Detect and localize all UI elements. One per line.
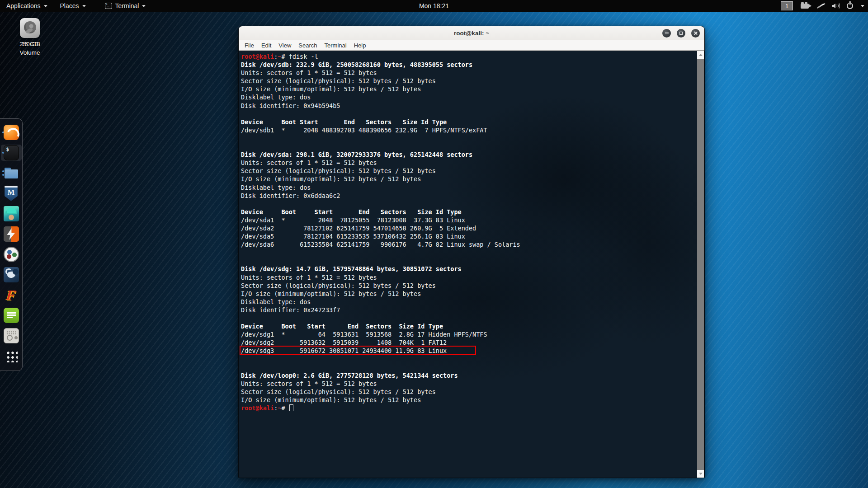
- volume-indicator[interactable]: [832, 3, 839, 9]
- stylus-icon[interactable]: [816, 3, 824, 9]
- show-applications-icon: [4, 348, 19, 364]
- terminal-line: root@kali:~#: [241, 404, 696, 412]
- terminal-line: [241, 110, 696, 118]
- terminal-line: /dev/sdg3 5916672 30851071 24934400 11.9…: [241, 347, 696, 355]
- window-buttons: [662, 26, 700, 40]
- chevron-down-icon: [142, 5, 146, 7]
- desktop: Applications Places Terminal Mon 18:21 1: [0, 0, 868, 488]
- window-menu-label: Terminal: [115, 2, 139, 9]
- faraday-icon: [4, 287, 19, 303]
- terminal-line: [241, 134, 696, 142]
- clock[interactable]: Mon 18:21: [419, 2, 449, 9]
- terminal-line: I/O size (minimum/optimal): 512 bytes / …: [241, 290, 696, 298]
- menu-search[interactable]: Search: [295, 41, 320, 50]
- menu-file[interactable]: File: [241, 41, 257, 50]
- terminal-line: Disklabel type: dos: [241, 298, 696, 306]
- top-bar: Applications Places Terminal Mon 18:21 1: [0, 0, 868, 12]
- dock-item-bull-app[interactable]: [1, 267, 22, 283]
- maximize-button[interactable]: [677, 29, 685, 38]
- hard-disk-icon: [20, 18, 40, 38]
- terminal-content[interactable]: root@kali:~# fdisk -lDisk /dev/sdb: 232.…: [239, 51, 704, 478]
- dock-item-show-applications[interactable]: [1, 348, 22, 364]
- close-icon: [693, 31, 698, 35]
- places-menu-label: Places: [60, 2, 79, 9]
- firefox-icon: [4, 125, 19, 140]
- chevron-down-icon: [82, 5, 86, 7]
- workspace-indicator[interactable]: 1: [781, 1, 793, 10]
- terminal-line: Sector size (logical/physical): 512 byte…: [241, 388, 696, 396]
- volume-label-line2: Volume: [12, 49, 48, 56]
- dock-item-metasploit[interactable]: [1, 185, 22, 202]
- terminal-line: /dev/sdg2 5913632 5915039 1408 704K 1 FA…: [241, 338, 696, 347]
- dock-item-faraday[interactable]: [1, 287, 22, 303]
- dock-item-files[interactable]: [1, 165, 22, 181]
- metasploit-icon: [4, 186, 19, 201]
- places-menu[interactable]: Places: [54, 0, 92, 12]
- terminal-line: Disk identifier: 0x247233f7: [241, 306, 696, 314]
- chevron-down-icon: [44, 5, 47, 7]
- power-icon[interactable]: [847, 3, 853, 9]
- green-notes-app-icon: [4, 308, 19, 323]
- menu-view[interactable]: View: [275, 41, 294, 50]
- dock-item-avatar-app[interactable]: [1, 206, 22, 222]
- dock-item-firefox[interactable]: [1, 124, 22, 141]
- terminal-line: I/O size (minimum/optimal): 512 bytes / …: [241, 396, 696, 404]
- terminal-line: Device Boot Start End Sectors Size Id Ty…: [241, 322, 696, 330]
- terminal-line: [241, 314, 696, 322]
- terminal-window: root@kali: ~ File Edit View Search Termi…: [238, 26, 705, 478]
- terminal-line: [241, 249, 696, 257]
- terminal-icon: [4, 145, 19, 160]
- colored-dots-app-icon: [4, 247, 19, 262]
- terminal-cursor: [289, 404, 293, 411]
- dock-item-colored-dots-app[interactable]: [1, 246, 22, 263]
- dock-item-terminal[interactable]: [1, 145, 22, 161]
- tray-chevron-down-icon[interactable]: [861, 5, 864, 7]
- terminal-line: [241, 257, 696, 265]
- menu-edit[interactable]: Edit: [258, 41, 274, 50]
- terminal-line: Disk /dev/loop0: 2.6 GiB, 2775728128 byt…: [241, 371, 696, 380]
- close-button[interactable]: [691, 29, 700, 38]
- terminal-line: Units: sectors of 1 * 512 = 512 bytes: [241, 273, 696, 282]
- terminal-line: Device Boot Start End Sectors Size Id Ty…: [241, 208, 696, 216]
- terminal-line: Disk /dev/sdg: 14.7 GiB, 15795748864 byt…: [241, 265, 696, 273]
- scrollbar[interactable]: [697, 51, 704, 478]
- terminal-line: Disk /dev/sda: 298.1 GiB, 320072933376 b…: [241, 150, 696, 159]
- files-icon: [4, 165, 19, 181]
- terminal-line: Disk identifier: 0x94b594b5: [241, 102, 696, 110]
- volume-label-overlap: 250 GB 16 GB: [12, 41, 48, 48]
- menu-terminal[interactable]: Terminal: [321, 41, 350, 50]
- window-title: root@kali: ~: [454, 30, 489, 37]
- dock-item-device-app[interactable]: [1, 328, 22, 344]
- triangle-up-icon: [699, 54, 703, 56]
- terminal-line: Disklabel type: dos: [241, 183, 696, 192]
- terminal-line: /dev/sdb1 * 2048 488392703 488390656 232…: [241, 126, 696, 134]
- terminal-line: /dev/sda6 615235584 625141759 9906176 4.…: [241, 240, 696, 249]
- terminal-line: Units: sectors of 1 * 512 = 512 bytes: [241, 69, 696, 77]
- terminal-line: Device Boot Start End Sectors Size Id Ty…: [241, 118, 696, 126]
- system-tray: 1: [781, 0, 864, 12]
- dock-item-lightning-app[interactable]: [1, 226, 22, 242]
- scroll-up-button[interactable]: [697, 51, 704, 59]
- terminal-line: Disk identifier: 0x6ddaa6c2: [241, 192, 696, 200]
- terminal-icon: [105, 3, 112, 9]
- window-menu[interactable]: Terminal: [99, 0, 152, 12]
- scrollbar-thumb[interactable]: [697, 59, 704, 470]
- terminal-line: [241, 363, 696, 371]
- camera-icon[interactable]: [801, 4, 809, 9]
- desktop-volume-icon[interactable]: 250 GB 16 GB Volume: [12, 18, 48, 56]
- terminal-line: Sector size (logical/physical): 512 byte…: [241, 77, 696, 85]
- menu-help[interactable]: Help: [351, 41, 369, 50]
- window-titlebar[interactable]: root@kali: ~: [239, 26, 704, 40]
- device-app-icon: [4, 328, 19, 343]
- terminal-line: /dev/sda1 * 2048 78125055 78123008 37.3G…: [241, 216, 696, 224]
- terminal-line: root@kali:~# fdisk -l: [241, 52, 696, 61]
- dock-item-green-notes-app[interactable]: [1, 307, 22, 324]
- scroll-down-button[interactable]: [697, 470, 704, 478]
- terminal-line: Sector size (logical/physical): 512 byte…: [241, 282, 696, 290]
- terminal-line: /dev/sda5 78127104 615233535 537106432 2…: [241, 232, 696, 240]
- maximize-icon: [679, 32, 683, 35]
- minimize-button[interactable]: [662, 29, 671, 38]
- applications-menu[interactable]: Applications: [0, 0, 54, 12]
- terminal-line: /dev/sda2 78127102 625141759 547014658 2…: [241, 224, 696, 232]
- terminal-line: Disklabel type: dos: [241, 93, 696, 101]
